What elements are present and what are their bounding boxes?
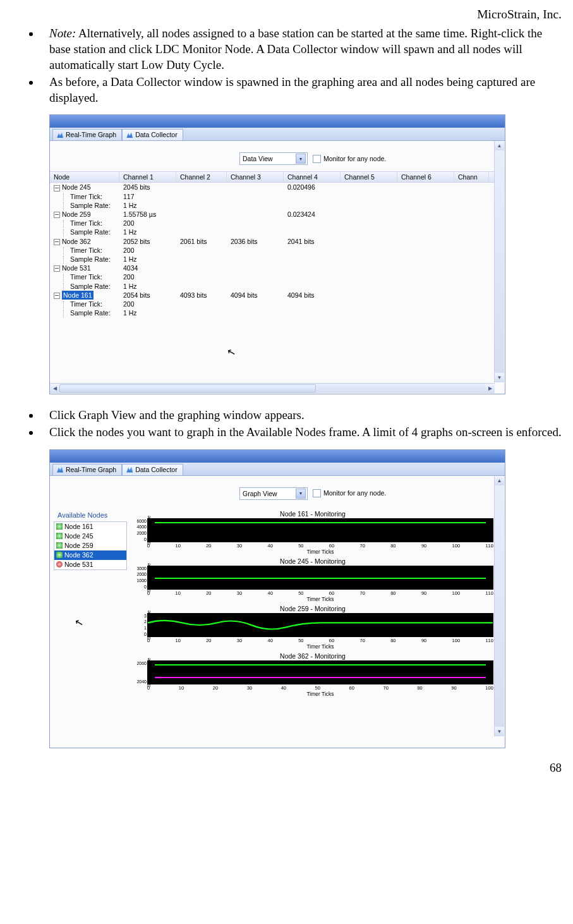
cell-ch3: 2036 bits — [227, 237, 284, 246]
x-ticks: 0102030405060708090100 — [147, 684, 493, 691]
x-axis-label: Timer Ticks — [147, 643, 493, 650]
tree-node[interactable]: Node 245 — [50, 183, 119, 191]
tab-realtime-graph[interactable]: Real-Time Graph — [52, 464, 122, 475]
cell-sr: 1 Hz — [119, 201, 176, 210]
collapse-icon[interactable] — [54, 265, 60, 272]
available-node-item[interactable]: Node 531 — [54, 560, 126, 569]
available-node-item[interactable]: Node 259 — [54, 541, 126, 550]
scroll-down-icon[interactable]: ▼ — [495, 373, 504, 382]
window-titlebar[interactable] — [50, 450, 505, 463]
col-ch3[interactable]: Channel 3 — [227, 172, 284, 182]
available-node-item[interactable]: Node 362 — [54, 550, 126, 560]
x-axis-label: Timer Ticks — [147, 596, 493, 602]
vertical-scrollbar[interactable]: ▲ ▼ — [494, 141, 504, 382]
collapse-icon[interactable] — [54, 239, 60, 245]
note-prefix: Note: — [49, 27, 76, 40]
monitor-checkbox-label[interactable]: Monitor for any node. — [313, 489, 386, 498]
cell-ch3 — [227, 183, 284, 191]
cell-ch1: 2054 bits — [119, 291, 176, 300]
tabs-row: Real-Time Graph Data Collector — [50, 128, 505, 141]
chevron-down-icon[interactable]: ▼ — [296, 154, 306, 164]
monitor-checkbox[interactable] — [313, 489, 321, 497]
h-scroll-thumb[interactable] — [59, 384, 316, 392]
col-ch7[interactable]: Chann — [454, 172, 489, 182]
y-axis-label: Sweep Value — [146, 657, 152, 687]
cell-ch4: 4094 bits — [284, 291, 341, 300]
node-label: Node 259 — [64, 541, 93, 550]
tree-timer-tick: Timer Tick: — [50, 219, 119, 228]
tree-sample-rate: Sample Rate: — [50, 282, 119, 291]
page-number: 68 — [11, 761, 562, 775]
tab-collector-label: Data Collector — [135, 131, 178, 138]
company-header: MicroStrain, Inc. — [11, 8, 562, 21]
tree-node[interactable]: Node 531 — [50, 264, 119, 272]
chart: Node 161 - MonitoringSweep Value60004000… — [132, 510, 493, 555]
tree-node[interactable]: Node 362 — [50, 237, 119, 246]
scroll-down-icon[interactable]: ▼ — [495, 727, 504, 736]
collapse-icon[interactable] — [54, 185, 60, 191]
tab-data-collector[interactable]: Data Collector — [122, 464, 183, 475]
monitor-checkbox[interactable] — [313, 155, 321, 163]
cell-ch4: 2041 bits — [284, 237, 341, 246]
cell-ch2: 4093 bits — [176, 291, 227, 300]
graph-view-window: Real-Time Graph Data Collector ▲ ▼ Graph… — [49, 449, 505, 748]
chevron-down-icon[interactable]: ▼ — [296, 489, 306, 499]
monitor-text: Monitor for any node. — [323, 155, 386, 162]
scroll-left-icon[interactable]: ◀ — [50, 384, 59, 393]
scroll-up-icon[interactable]: ▲ — [495, 141, 504, 150]
vertical-scrollbar[interactable]: ▲ ▼ — [494, 476, 504, 736]
cell-sr: 1 Hz — [119, 255, 176, 264]
horizontal-scrollbar[interactable]: ◀ ▶ — [50, 383, 495, 393]
scroll-right-icon[interactable]: ▶ — [485, 384, 495, 393]
h-scroll-track[interactable] — [59, 384, 485, 393]
tab-collector-label: Data Collector — [135, 466, 178, 473]
col-ch4[interactable]: Channel 4 — [284, 172, 341, 182]
monitor-checkbox-label[interactable]: Monitor for any node. — [313, 155, 386, 164]
cell-ch1: 4034 — [119, 264, 176, 272]
cell-tt: 200 — [119, 219, 176, 228]
view-dropdown[interactable]: Graph View ▼ — [239, 487, 308, 500]
top-bullets: Note: Alternatively, all nodes assigned … — [11, 25, 562, 106]
collapse-icon[interactable] — [54, 212, 60, 218]
chart-title: Node 259 - Monitoring — [132, 605, 493, 612]
tree-node[interactable]: Node 259 — [50, 210, 119, 219]
cell-ch1: 1.55758 µs — [119, 210, 176, 219]
chart-title: Node 362 - Monitoring — [132, 652, 493, 660]
view-dropdown-value: Graph View — [243, 490, 277, 497]
collapse-icon[interactable] — [54, 293, 60, 299]
view-dropdown[interactable]: Data View ▼ — [239, 152, 308, 165]
chart-plot[interactable]: Sweep Value6000400020000 — [147, 518, 493, 542]
tree-timer-tick: Timer Tick: — [50, 300, 119, 308]
cell-ch2 — [176, 210, 227, 219]
cell-tt: 200 — [119, 300, 176, 308]
tree-sample-rate: Sample Rate: — [50, 201, 119, 210]
available-node-item[interactable]: Node 161 — [54, 522, 126, 532]
tab-realtime-graph[interactable]: Real-Time Graph — [52, 129, 122, 140]
tree-timer-tick: Timer Tick: — [50, 192, 119, 201]
col-ch5[interactable]: Channel 5 — [341, 172, 397, 182]
graph-icon — [57, 131, 63, 138]
available-node-item[interactable]: Node 245 — [54, 532, 126, 541]
controls-row: Graph View ▼ Monitor for any node. — [50, 476, 505, 506]
bullet-note: Note: Alternatively, all nodes assigned … — [40, 25, 562, 73]
chart-plot[interactable]: Sweep Value3000200010000 — [147, 566, 493, 590]
chart-plot[interactable]: Sweep Value3210 — [147, 613, 493, 637]
col-ch2[interactable]: Channel 2 — [176, 172, 227, 182]
col-ch1[interactable]: Channel 1 — [119, 172, 176, 182]
tree-node[interactable]: Node 161 — [50, 291, 119, 300]
node-status-icon — [56, 561, 63, 568]
window-titlebar[interactable] — [50, 115, 505, 128]
x-axis-label: Timer Ticks — [147, 691, 493, 697]
chart-plot[interactable]: Sweep Value20602040 — [147, 660, 493, 684]
cell-sr: 1 Hz — [119, 282, 176, 291]
cell-ch2: 2061 bits — [176, 237, 227, 246]
scroll-up-icon[interactable]: ▲ — [495, 476, 504, 485]
x-axis-label: Timer Ticks — [147, 549, 493, 555]
col-node[interactable]: Node — [50, 172, 119, 182]
x-ticks: 0102030405060708090100110 — [147, 637, 493, 643]
col-ch6[interactable]: Channel 6 — [397, 172, 454, 182]
tab-data-collector[interactable]: Data Collector — [122, 129, 183, 140]
x-ticks: 0102030405060708090100110 — [147, 590, 493, 596]
tree-timer-tick: Timer Tick: — [50, 272, 119, 281]
cell-ch1: 2045 bits — [119, 183, 176, 191]
